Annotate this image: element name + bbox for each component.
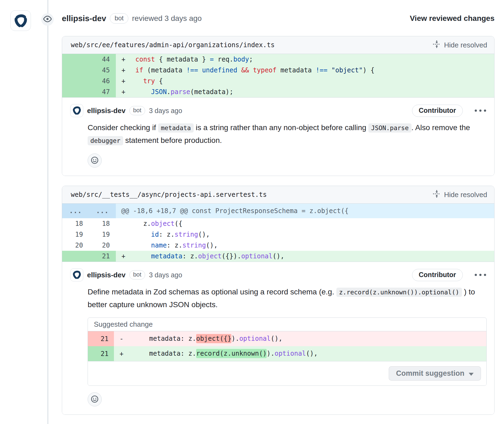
smiley-icon	[91, 156, 99, 165]
diff-code: JSON.parse(metadata);	[131, 86, 233, 97]
file-path-link[interactable]: web/src/ee/features/admin-api/organizati…	[71, 41, 275, 49]
old-line-number[interactable]: 20	[62, 242, 89, 249]
hide-resolved-label: Hide resolved	[444, 41, 487, 49]
suggested-change-title: Suggested change	[88, 318, 486, 331]
bot-badge: bot	[110, 13, 128, 24]
diff-block: ...... @@ -18,6 +18,7 @@ const ProjectRe…	[62, 204, 494, 262]
suggestion-addition-row: 21 + metadata: z.record(z.unknown()).opt…	[88, 346, 486, 361]
add-reaction-button[interactable]	[88, 153, 102, 168]
eye-icon	[43, 15, 52, 24]
diff-code: name: z.string(),	[131, 240, 218, 251]
new-line-number[interactable]: 21	[89, 252, 116, 260]
suggested-change-block: Suggested change 21 - metadata: z.object…	[88, 317, 487, 386]
file-header: web/src/ee/features/admin-api/organizati…	[62, 36, 494, 54]
comment-menu-button[interactable]	[474, 272, 487, 278]
review-threads: web/src/ee/features/admin-api/organizati…	[0, 0, 504, 415]
review-header: ellipsis-dev bot reviewed 3 days ago Vie…	[62, 12, 495, 25]
new-line-number[interactable]: 47	[89, 88, 116, 96]
diff-code: try {	[131, 76, 163, 86]
diff-row: 44 + const { metadata } = req.body;	[62, 54, 494, 65]
hide-resolved-label: Hide resolved	[444, 191, 487, 199]
hunk-header-text: @@ -18,6 +18,7 @@ const ProjectResponseS…	[116, 207, 349, 215]
kebab-icon	[479, 274, 481, 276]
hunk-header-row: ...... @@ -18,6 +18,7 @@ const ProjectRe…	[62, 204, 494, 218]
comment-author[interactable]: ellipsis-dev	[87, 107, 126, 115]
suggestion-deletion-row: 21 - metadata: z.object({}).optional(),	[88, 331, 486, 346]
diff-code: const { metadata } = req.body;	[131, 54, 253, 65]
new-line-number[interactable]: 19	[89, 231, 116, 238]
new-line-number[interactable]: 20	[89, 242, 116, 249]
bot-badge: bot	[129, 106, 145, 115]
pr-review-page: ellipsis-dev bot reviewed 3 days ago Vie…	[0, 0, 504, 424]
diff-sign: -	[114, 335, 129, 343]
kebab-icon	[484, 110, 486, 112]
diff-row: 1919 id: z.string(),	[62, 229, 494, 240]
diff-block: 44 + const { metadata } = req.body; 45 +…	[62, 54, 494, 98]
ellipsis-logo-icon	[13, 12, 28, 29]
hide-resolved-button[interactable]: Hide resolved	[433, 40, 487, 50]
reviewer-name[interactable]: ellipsis-dev	[62, 14, 106, 23]
kebab-icon	[475, 274, 477, 276]
diff-row: 46 + try {	[62, 76, 494, 86]
old-line-number[interactable]: 18	[62, 220, 89, 227]
diff-row: 2020 name: z.string(),	[62, 240, 494, 251]
new-line-number[interactable]: 46	[89, 77, 116, 85]
contributor-badge: Contributor	[412, 105, 463, 117]
line-number: 21	[88, 335, 114, 343]
review-comment: ellipsis-dev bot 3 days ago Contributor …	[62, 98, 494, 176]
line-number: 21	[88, 350, 114, 358]
diff-code: if (metadata !== undefined && typeof met…	[131, 65, 375, 76]
fold-icon	[433, 190, 441, 200]
diff-row: 21 + metadata: z.object({}).optional(),	[62, 251, 494, 262]
suggestion-footer: Commit suggestion	[88, 361, 486, 386]
hide-resolved-button[interactable]: Hide resolved	[433, 190, 487, 200]
diff-sign: +	[116, 88, 131, 96]
review-comment: ellipsis-dev bot 3 days ago Contributor …	[62, 262, 494, 415]
hunk-dots: ...	[89, 207, 116, 215]
smiley-icon	[91, 395, 99, 404]
review-timestamp[interactable]: reviewed 3 days ago	[132, 14, 202, 23]
review-event-badge	[41, 13, 54, 26]
comment-body: Consider checking if metadata is a strin…	[88, 121, 487, 147]
diff-code: metadata: z.object({}).optional(),	[131, 251, 284, 262]
caret-down-icon	[469, 369, 474, 378]
comment-avatar[interactable]	[70, 104, 83, 117]
commit-suggestion-label: Commit suggestion	[396, 369, 464, 378]
comment-header: ellipsis-dev bot 3 days ago Contributor	[70, 268, 487, 281]
comment-avatar[interactable]	[70, 268, 83, 281]
suggestion-code: metadata: z.record(z.unknown()).optional…	[129, 346, 318, 361]
contributor-badge: Contributor	[412, 269, 463, 281]
review-thread-card: web/src/ee/features/admin-api/organizati…	[62, 36, 495, 176]
comment-header: ellipsis-dev bot 3 days ago Contributor	[70, 104, 487, 117]
suggestion-code: metadata: z.object({}).optional(),	[129, 331, 282, 346]
diff-sign: +	[116, 77, 131, 85]
old-line-number[interactable]: 19	[62, 231, 89, 238]
hunk-dots: ...	[62, 207, 89, 215]
diff-row: 45 + if (metadata !== undefined && typeo…	[62, 65, 494, 76]
view-reviewed-changes-link[interactable]: View reviewed changes	[410, 14, 495, 23]
comment-menu-button[interactable]	[474, 108, 487, 113]
diff-row: 47 + JSON.parse(metadata);	[62, 86, 494, 97]
bot-badge: bot	[129, 270, 145, 280]
new-line-number[interactable]: 44	[89, 56, 116, 63]
comment-timestamp[interactable]: 3 days ago	[149, 107, 182, 115]
reviewer-avatar[interactable]	[10, 10, 31, 31]
diff-sign: +	[116, 56, 131, 63]
diff-sign: +	[116, 252, 131, 260]
new-line-number[interactable]: 18	[89, 220, 116, 227]
kebab-icon	[475, 110, 477, 112]
file-header: web/src/__tests__/async/projects-api.ser…	[62, 186, 494, 204]
comment-timestamp[interactable]: 3 days ago	[149, 271, 182, 279]
comment-author[interactable]: ellipsis-dev	[87, 271, 126, 279]
diff-row: 1818 z.object({	[62, 218, 494, 229]
new-line-number[interactable]: 45	[89, 66, 116, 74]
kebab-icon	[479, 110, 481, 112]
file-path-link[interactable]: web/src/__tests__/async/projects-api.ser…	[71, 191, 267, 198]
timeline-line	[47, 0, 48, 424]
comment-body: Define metadata in Zod schemas as option…	[88, 286, 487, 311]
diff-code: z.object({	[131, 218, 182, 229]
diff-code: id: z.string(),	[131, 229, 210, 240]
add-reaction-button[interactable]	[88, 392, 102, 406]
commit-suggestion-button[interactable]: Commit suggestion	[389, 366, 481, 381]
ellipsis-logo-icon	[72, 269, 82, 280]
